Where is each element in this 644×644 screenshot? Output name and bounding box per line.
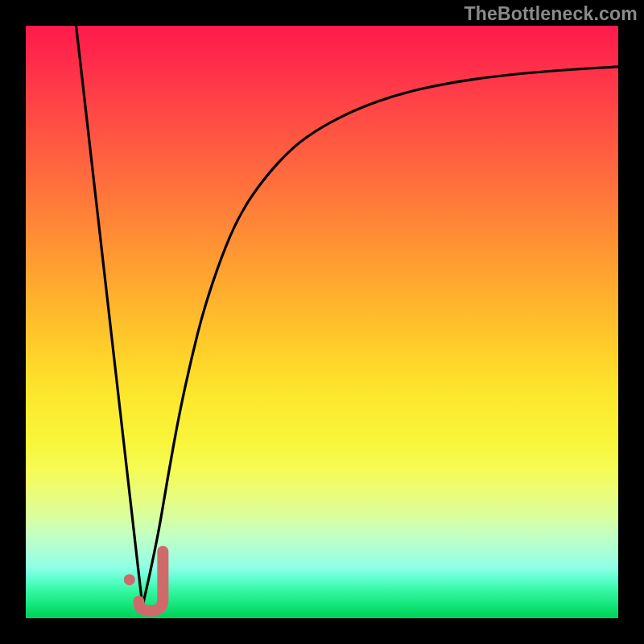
watermark-text: TheBottleneck.com	[464, 3, 638, 25]
j-hook-marker	[138, 551, 163, 611]
left-slope-line	[76, 26, 142, 606]
curve-layer	[26, 26, 618, 618]
dot-marker	[124, 574, 135, 585]
chart-frame: TheBottleneck.com	[0, 0, 644, 644]
right-curve-line	[142, 67, 618, 606]
plot-area	[26, 26, 618, 618]
